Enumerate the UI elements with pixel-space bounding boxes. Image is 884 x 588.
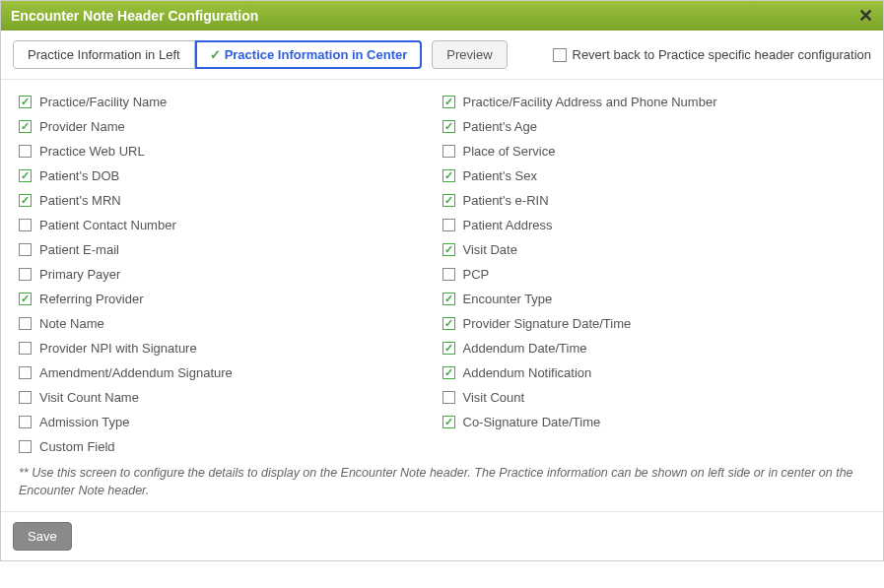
option-row[interactable]: Visit Count bbox=[442, 385, 866, 410]
option-row[interactable]: Practice/Facility Address and Phone Numb… bbox=[442, 90, 866, 114]
option-label: Addendum Notification bbox=[463, 365, 592, 380]
option-label: Patient's Sex bbox=[463, 168, 537, 183]
option-row[interactable]: Visit Count Name bbox=[19, 385, 442, 410]
option-row[interactable]: Addendum Notification bbox=[442, 360, 866, 385]
check-icon: ✓ bbox=[210, 47, 221, 62]
option-label: Practice/Facility Address and Phone Numb… bbox=[463, 95, 717, 109]
option-row[interactable]: Visit Date bbox=[442, 237, 866, 262]
option-row[interactable]: Patient's e-RIN bbox=[442, 188, 866, 213]
option-row[interactable]: Admission Type bbox=[19, 410, 442, 434]
checkbox-icon bbox=[442, 243, 455, 256]
option-label: Patient's Age bbox=[463, 119, 537, 134]
option-label: Addendum Date/Time bbox=[463, 341, 587, 356]
option-row[interactable]: Encounter Type bbox=[442, 287, 866, 311]
option-label: Patient Contact Number bbox=[39, 218, 176, 232]
checkbox-icon bbox=[442, 219, 455, 231]
option-row[interactable]: Patient's Sex bbox=[442, 163, 866, 188]
option-label: Patient Address bbox=[463, 218, 553, 232]
dialog-title: Encounter Note Header Configuration bbox=[11, 8, 258, 24]
option-label: Provider NPI with Signature bbox=[39, 341, 197, 356]
checkbox-icon bbox=[19, 194, 32, 207]
option-label: Amendment/Addendum Signature bbox=[39, 365, 233, 380]
revert-checkbox[interactable]: Revert back to Practice specific header … bbox=[553, 47, 872, 62]
option-row[interactable]: Place of Service bbox=[442, 139, 866, 163]
body: Practice/Facility NameProvider NamePract… bbox=[1, 80, 883, 511]
checkbox-icon bbox=[19, 366, 32, 379]
tab-practice-center[interactable]: ✓Practice Information in Center bbox=[195, 40, 423, 69]
save-button[interactable]: Save bbox=[13, 522, 72, 551]
toolbar: Practice Information in Left ✓Practice I… bbox=[1, 31, 883, 80]
option-row[interactable]: Primary Payer bbox=[19, 262, 442, 287]
option-row[interactable]: Patient Address bbox=[442, 213, 866, 237]
option-label: Custom Field bbox=[39, 439, 115, 454]
option-row[interactable]: Provider NPI with Signature bbox=[19, 336, 442, 360]
checkbox-icon bbox=[19, 391, 32, 404]
option-label: Place of Service bbox=[463, 144, 556, 159]
option-row[interactable]: Addendum Date/Time bbox=[442, 336, 866, 360]
checkbox-icon bbox=[19, 293, 32, 305]
preview-button[interactable]: Preview bbox=[432, 40, 507, 69]
option-label: Practice Web URL bbox=[39, 144, 145, 159]
hint-text: ** Use this screen to configure the deta… bbox=[19, 465, 865, 499]
option-label: Note Name bbox=[39, 316, 104, 331]
option-row[interactable]: Patient's MRN bbox=[19, 188, 442, 213]
checkbox-icon bbox=[442, 194, 455, 207]
option-row[interactable]: Custom Field bbox=[19, 434, 442, 459]
option-row[interactable]: Co-Signature Date/Time bbox=[442, 410, 866, 434]
option-row[interactable]: Note Name bbox=[19, 311, 442, 336]
checkbox-icon bbox=[442, 169, 455, 182]
checkbox-icon bbox=[442, 366, 455, 379]
checkbox-icon bbox=[19, 342, 32, 355]
option-row[interactable]: Provider Name bbox=[19, 114, 442, 139]
option-label: Visit Date bbox=[463, 242, 517, 257]
option-row[interactable]: Amendment/Addendum Signature bbox=[19, 360, 442, 385]
option-label: Encounter Type bbox=[463, 292, 553, 306]
option-row[interactable]: Patient's Age bbox=[442, 114, 866, 139]
checkbox-icon bbox=[442, 342, 455, 355]
option-row[interactable]: Patient's DOB bbox=[19, 163, 442, 188]
option-row[interactable]: Referring Provider bbox=[19, 287, 442, 311]
checkbox-icon bbox=[19, 268, 32, 281]
option-label: Visit Count bbox=[463, 390, 525, 405]
checkbox-icon bbox=[19, 219, 32, 231]
close-icon[interactable]: ✕ bbox=[858, 7, 873, 25]
checkbox-icon bbox=[19, 243, 32, 256]
checkbox-icon bbox=[442, 391, 455, 404]
checkbox-icon bbox=[442, 317, 455, 330]
checkbox-icon bbox=[19, 120, 32, 133]
titlebar: Encounter Note Header Configuration ✕ bbox=[1, 1, 883, 31]
options-column-right: Practice/Facility Address and Phone Numb… bbox=[442, 90, 866, 459]
checkbox-icon bbox=[19, 96, 32, 108]
checkbox-icon bbox=[442, 293, 455, 305]
option-label: Patient E-mail bbox=[39, 242, 119, 257]
option-label: PCP bbox=[463, 267, 490, 282]
checkbox-icon bbox=[19, 440, 32, 453]
option-row[interactable]: Patient Contact Number bbox=[19, 213, 442, 237]
option-row[interactable]: Patient E-mail bbox=[19, 237, 442, 262]
checkbox-icon bbox=[442, 145, 455, 158]
option-label: Patient's e-RIN bbox=[463, 193, 549, 208]
option-row[interactable]: PCP bbox=[442, 262, 866, 287]
option-label: Admission Type bbox=[39, 415, 130, 429]
option-label: Primary Payer bbox=[39, 267, 120, 282]
option-row[interactable]: Provider Signature Date/Time bbox=[442, 311, 866, 336]
option-label: Practice/Facility Name bbox=[39, 95, 167, 109]
checkbox-icon bbox=[442, 416, 455, 428]
checkbox-icon bbox=[442, 120, 455, 133]
option-label: Referring Provider bbox=[39, 292, 144, 306]
checkbox-icon bbox=[442, 96, 455, 108]
revert-label: Revert back to Practice specific header … bbox=[573, 47, 872, 62]
checkbox-icon bbox=[19, 416, 32, 428]
option-label: Patient's MRN bbox=[39, 193, 121, 208]
option-row[interactable]: Practice Web URL bbox=[19, 139, 442, 163]
options-grid: Practice/Facility NameProvider NamePract… bbox=[19, 90, 865, 459]
checkbox-icon bbox=[19, 169, 32, 182]
checkbox-icon bbox=[19, 317, 32, 330]
footer: Save bbox=[1, 511, 883, 560]
option-row[interactable]: Practice/Facility Name bbox=[19, 90, 442, 114]
tab-practice-left[interactable]: Practice Information in Left bbox=[13, 40, 195, 69]
tab-group: Practice Information in Left ✓Practice I… bbox=[13, 40, 422, 69]
option-label: Patient's DOB bbox=[39, 168, 119, 183]
option-label: Provider Name bbox=[39, 119, 125, 134]
checkbox-icon bbox=[442, 268, 455, 281]
